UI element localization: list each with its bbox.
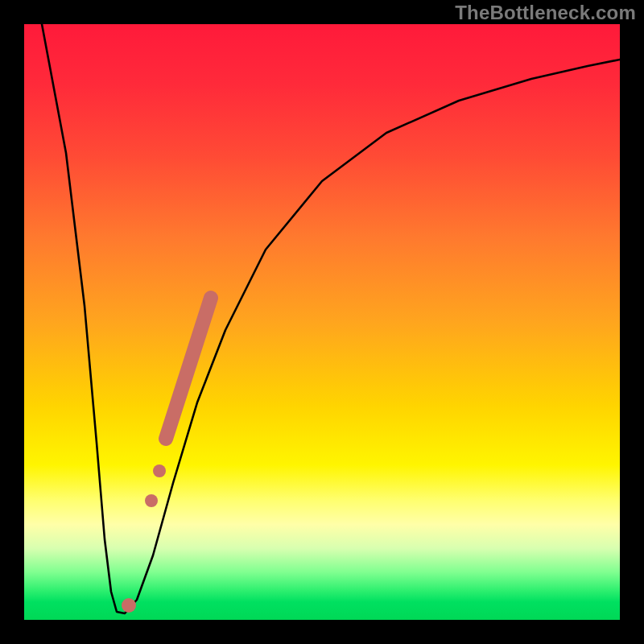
chart-frame: TheBottleneck.com bbox=[0, 0, 644, 644]
plot-area bbox=[24, 24, 620, 620]
bottleneck-curve bbox=[42, 24, 620, 613]
watermark-text: TheBottleneck.com bbox=[455, 2, 636, 24]
marker-dot bbox=[153, 464, 166, 477]
marker-dot bbox=[145, 494, 158, 507]
curve-svg bbox=[24, 24, 620, 620]
thick-segment bbox=[166, 298, 211, 439]
marker-dot bbox=[122, 598, 136, 613]
